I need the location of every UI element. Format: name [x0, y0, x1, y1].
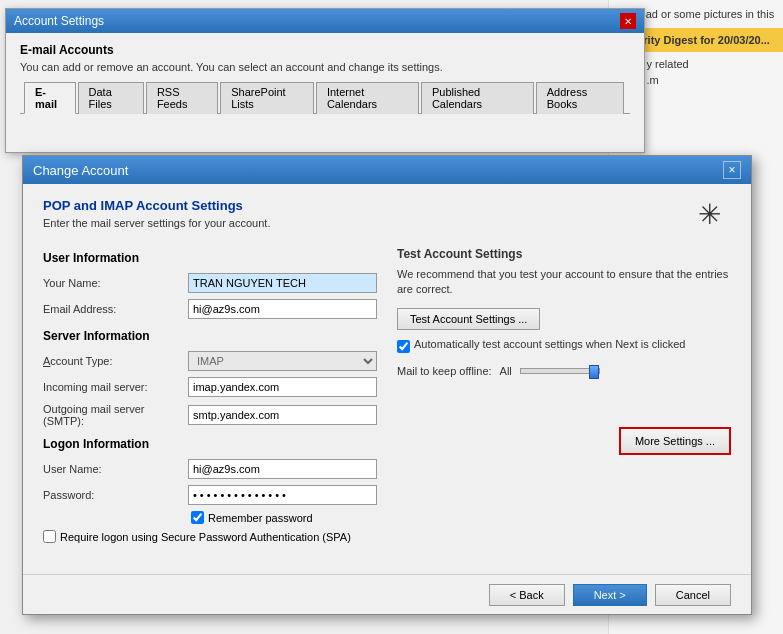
- account-settings-dialog: Account Settings ✕ E-mail Accounts You c…: [5, 8, 645, 153]
- account-type-row: Account Type: IMAP POP3: [43, 351, 377, 371]
- mail-offline-label: Mail to keep offline:: [397, 365, 492, 377]
- email-accounts-desc: You can add or remove an account. You ca…: [20, 61, 630, 73]
- tab-published-calendars[interactable]: Published Calendars: [421, 82, 534, 114]
- more-settings-container: More Settings ...: [397, 417, 731, 455]
- account-settings-title: Account Settings: [14, 14, 104, 28]
- ca-footer: < Back Next > Cancel: [23, 574, 751, 614]
- username-row: User Name:: [43, 459, 377, 479]
- spa-label: Require logon using Secure Password Auth…: [60, 530, 351, 544]
- ca-heading: POP and IMAP Account Settings: [43, 198, 270, 213]
- remember-password-checkbox[interactable]: [191, 511, 204, 524]
- account-settings-content: E-mail Accounts You can add or remove an…: [6, 33, 644, 120]
- ca-header-section: POP and IMAP Account Settings Enter the …: [43, 198, 731, 231]
- user-information-title: User Information: [43, 251, 377, 265]
- account-type-label: Account Type:: [43, 355, 188, 367]
- username-label: User Name:: [43, 463, 188, 475]
- password-row: Password:: [43, 485, 377, 505]
- tab-internet-calendars[interactable]: Internet Calendars: [316, 82, 419, 114]
- outgoing-server-label: Outgoing mail server (SMTP):: [43, 403, 188, 427]
- outgoing-server-input[interactable]: [188, 405, 377, 425]
- incoming-server-row: Incoming mail server:: [43, 377, 377, 397]
- tabs-bar: E-mail Data Files RSS Feeds SharePoint L…: [20, 81, 630, 114]
- back-button[interactable]: < Back: [489, 584, 565, 606]
- test-account-desc: We recommend that you test your account …: [397, 267, 731, 298]
- item-text-2: .m: [647, 74, 659, 86]
- ca-right-column: Test Account Settings We recommend that …: [397, 247, 731, 544]
- remember-password-label: Remember password: [208, 512, 313, 524]
- tab-rss-feeds[interactable]: RSS Feeds: [146, 82, 218, 114]
- mail-offline-slider-thumb[interactable]: [589, 365, 599, 379]
- auto-test-label: Automatically test account settings when…: [414, 338, 685, 350]
- your-name-label: Your Name:: [43, 277, 188, 289]
- your-name-row: Your Name:: [43, 273, 377, 293]
- ca-two-col: User Information Your Name: Email Addres…: [43, 247, 731, 544]
- spa-checkbox[interactable]: [43, 530, 56, 543]
- spa-row: Require logon using Secure Password Auth…: [43, 530, 377, 544]
- password-label: Password:: [43, 489, 188, 501]
- account-type-select[interactable]: IMAP POP3: [188, 351, 377, 371]
- tab-data-files[interactable]: Data Files: [78, 82, 144, 114]
- email-accounts-heading: E-mail Accounts: [20, 43, 630, 57]
- server-information-title: Server Information: [43, 329, 377, 343]
- tab-address-books[interactable]: Address Books: [536, 82, 624, 114]
- ca-header-text: POP and IMAP Account Settings Enter the …: [43, 198, 270, 229]
- username-input[interactable]: [188, 459, 377, 479]
- tab-sharepoint-lists[interactable]: SharePoint Lists: [220, 82, 314, 114]
- mail-offline-value: All: [500, 365, 512, 377]
- email-address-label: Email Address:: [43, 303, 188, 315]
- next-button[interactable]: Next >: [573, 584, 647, 606]
- outgoing-server-row: Outgoing mail server (SMTP):: [43, 403, 377, 427]
- your-name-input[interactable]: [188, 273, 377, 293]
- item-text-1: y related: [647, 58, 689, 70]
- ca-left-column: User Information Your Name: Email Addres…: [43, 247, 377, 544]
- remember-password-row: Remember password: [191, 511, 377, 524]
- test-account-settings-button[interactable]: Test Account Settings ...: [397, 308, 540, 330]
- change-account-titlebar: Change Account ×: [23, 156, 751, 184]
- more-settings-button[interactable]: More Settings ...: [619, 427, 731, 455]
- email-address-input[interactable]: [188, 299, 377, 319]
- account-settings-titlebar: Account Settings ✕: [6, 9, 644, 33]
- change-account-close-button[interactable]: ×: [723, 161, 741, 179]
- tab-email[interactable]: E-mail: [24, 82, 76, 114]
- auto-test-checkbox[interactable]: [397, 340, 410, 353]
- password-input[interactable]: [188, 485, 377, 505]
- test-account-section: Test Account Settings We recommend that …: [397, 247, 731, 455]
- auto-test-row: Automatically test account settings when…: [397, 338, 731, 353]
- change-account-dialog: Change Account × POP and IMAP Account Se…: [22, 155, 752, 615]
- mail-offline-slider-track[interactable]: [520, 368, 600, 374]
- cancel-button[interactable]: Cancel: [655, 584, 731, 606]
- account-settings-close-button[interactable]: ✕: [620, 13, 636, 29]
- incoming-server-label: Incoming mail server:: [43, 381, 188, 393]
- account-type-select-wrapper: IMAP POP3: [188, 351, 377, 371]
- incoming-server-input[interactable]: [188, 377, 377, 397]
- change-account-title: Change Account: [33, 163, 128, 178]
- change-account-body: POP and IMAP Account Settings Enter the …: [23, 184, 751, 558]
- cursor-icon: ✳: [698, 198, 721, 231]
- email-address-row: Email Address:: [43, 299, 377, 319]
- mail-offline-row: Mail to keep offline: All: [397, 365, 731, 377]
- test-account-title: Test Account Settings: [397, 247, 731, 261]
- ca-subheading: Enter the mail server settings for your …: [43, 217, 270, 229]
- logon-information-title: Logon Information: [43, 437, 377, 451]
